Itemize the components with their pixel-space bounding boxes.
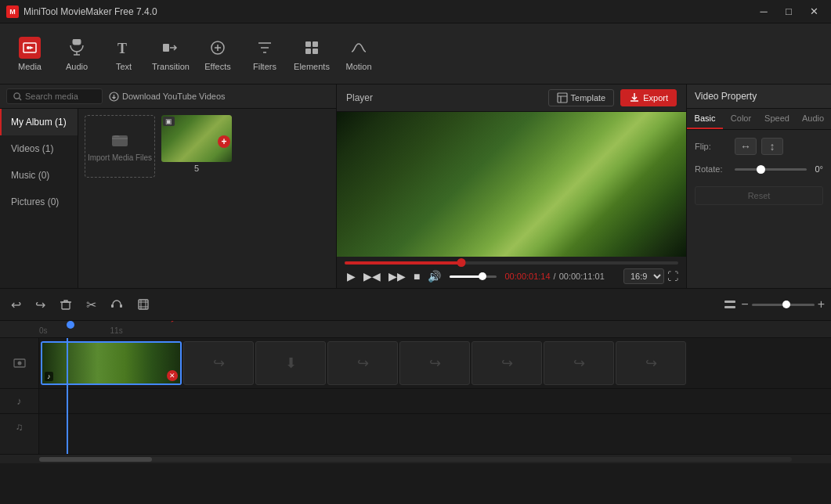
redo-button[interactable]: ↪ (31, 294, 50, 315)
elements-icon (301, 37, 323, 59)
svg-rect-17 (62, 302, 70, 309)
stop-button[interactable]: ■ (411, 268, 422, 285)
flip-vertical-button[interactable]: ↕ (761, 138, 783, 155)
close-button[interactable]: ✕ (803, 4, 825, 20)
timeline-slot-3[interactable]: ↪ (327, 341, 398, 385)
track-icons-column: ♪ ♫ (0, 338, 39, 454)
audio-track-row (39, 389, 831, 414)
progress-thumb[interactable] (457, 258, 466, 267)
toolbar-media-button[interactable]: Media (8, 27, 52, 81)
svg-rect-6 (163, 44, 169, 52)
prop-tab-audio[interactable]: Audio (795, 109, 831, 129)
toolbar-filters-button[interactable]: Filters (243, 27, 287, 81)
toolbar-elements-button[interactable]: Elements (290, 27, 334, 81)
search-input[interactable] (25, 92, 96, 101)
text-label: Text (116, 62, 132, 71)
sidebar-item-videos[interactable]: Videos (1) (0, 135, 78, 162)
svg-text:T: T (117, 41, 127, 56)
sidebar-item-music[interactable]: Music (0) (0, 162, 78, 189)
clip-remove-button[interactable]: ✕ (167, 370, 178, 381)
delete-button[interactable] (55, 295, 77, 314)
timeline-slot-7[interactable]: ↪ (616, 341, 686, 385)
prop-tab-speed[interactable]: Speed (759, 109, 795, 129)
title-bar-left: M MiniTool MovieMaker Free 7.4.0 (6, 5, 157, 18)
maximize-button[interactable]: □ (778, 4, 800, 20)
title-bar-controls: ─ □ ✕ (753, 4, 825, 20)
template-button[interactable]: Template (548, 89, 615, 106)
effects-label: Effects (204, 62, 230, 71)
template-label: Template (571, 93, 606, 103)
zoom-in-icon: + (818, 297, 825, 311)
elements-label: Elements (294, 62, 330, 71)
title-bar: M MiniTool MovieMaker Free 7.4.0 ─ □ ✕ (0, 0, 831, 23)
flip-horizontal-button[interactable]: ↔ (735, 138, 757, 155)
flip-control: Flip: ↔ ↕ (695, 138, 823, 155)
rotate-control: Rotate: 0° (695, 164, 823, 174)
timeline-slot-6[interactable]: ↪ (544, 341, 614, 385)
effects-icon (207, 37, 229, 59)
download-youtube-button[interactable]: Download YouTube Videos (109, 92, 226, 102)
timeline-toolbar: ↩ ↪ ✂ − + (0, 288, 831, 321)
sidebar-item-pictures[interactable]: Pictures (0) (0, 189, 78, 215)
transition-label: Transition (152, 62, 190, 71)
title-text: MiniTool MovieMaker Free 7.4.0 (23, 6, 157, 17)
timeline-area: 0s 11s ♪ ♫ ♪ ✕ (0, 321, 831, 454)
svg-rect-18 (111, 304, 114, 308)
import-media-item[interactable]: Import Media Files (85, 115, 155, 178)
timeline-slot-4[interactable]: ↪ (399, 341, 470, 385)
timeline-slot-2[interactable]: ⬇ (255, 341, 326, 385)
undo-button[interactable]: ↩ (6, 294, 26, 315)
svg-rect-25 (724, 301, 735, 303)
zoom-slider[interactable] (752, 304, 815, 306)
toolbar-motion-button[interactable]: Motion (337, 27, 381, 81)
sidebar-item-my-album[interactable]: My Album (1) (0, 109, 78, 135)
toolbar-audio-button[interactable]: Audio (55, 27, 99, 81)
left-sidebar: My Album (1) Videos (1) Music (0) Pictur… (0, 109, 78, 288)
fullscreen-button[interactable]: ⛶ (667, 270, 678, 283)
prop-tab-basic[interactable]: Basic (687, 109, 723, 129)
video-track-row: ♪ ✕ ↪ ⬇ ↪ ↪ ↪ ↪ ↪ (39, 338, 831, 389)
folder-icon (110, 131, 129, 149)
skip-forward-button[interactable]: ▶▶ (386, 268, 408, 285)
video-clip-1[interactable]: ♪ ✕ (41, 341, 182, 385)
minimize-button[interactable]: ─ (753, 4, 775, 20)
crop-button[interactable] (132, 295, 154, 314)
media-icon (19, 37, 41, 59)
filters-label: Filters (253, 62, 276, 71)
toolbar-transition-button[interactable]: Transition (149, 27, 193, 81)
video-track-icon (0, 338, 38, 389)
skip-back-button[interactable]: ▶◀ (361, 268, 383, 285)
horizontal-scrollbar[interactable] (0, 454, 831, 463)
audio-detach-button[interactable] (106, 295, 128, 314)
clip-add-button[interactable]: + (218, 135, 230, 148)
cut-button[interactable]: ✂ (81, 294, 101, 315)
template-icon (557, 92, 568, 103)
media-clip-1[interactable]: ▣ + 5 (161, 115, 232, 178)
svg-line-13 (19, 98, 21, 100)
video-property-title: Video Property (687, 85, 831, 109)
toolbar-effects-button[interactable]: Effects (196, 27, 240, 81)
timeline-slot-5[interactable]: ↪ (472, 341, 542, 385)
export-button[interactable]: Export (620, 89, 677, 106)
toolbar-text-button[interactable]: T Text (102, 27, 146, 81)
svg-rect-20 (139, 300, 148, 309)
player-title: Player (346, 92, 373, 103)
reset-button[interactable]: Reset (695, 186, 823, 205)
timeline-slot-1[interactable]: ↪ (183, 341, 254, 385)
volume-button[interactable]: 🔊 (425, 268, 443, 285)
rotate-slider[interactable] (735, 168, 807, 171)
zoom-out-icon: − (741, 297, 748, 311)
svg-point-12 (14, 92, 20, 98)
search-icon (13, 92, 22, 101)
time-current: 00:00:01:14 (504, 272, 550, 281)
play-button[interactable]: ▶ (345, 268, 358, 285)
motion-label: Motion (345, 62, 371, 71)
aspect-ratio-select[interactable]: 16:99:164:31:1 (623, 268, 664, 284)
prop-tab-color[interactable]: Color (723, 109, 759, 129)
headphone-icon (110, 298, 123, 311)
progress-bar[interactable] (345, 261, 678, 265)
time-total: 00:00:11:01 (559, 272, 605, 281)
volume-control[interactable] (450, 275, 497, 278)
rotate-value: 0° (815, 164, 823, 174)
export-label: Export (643, 93, 668, 103)
